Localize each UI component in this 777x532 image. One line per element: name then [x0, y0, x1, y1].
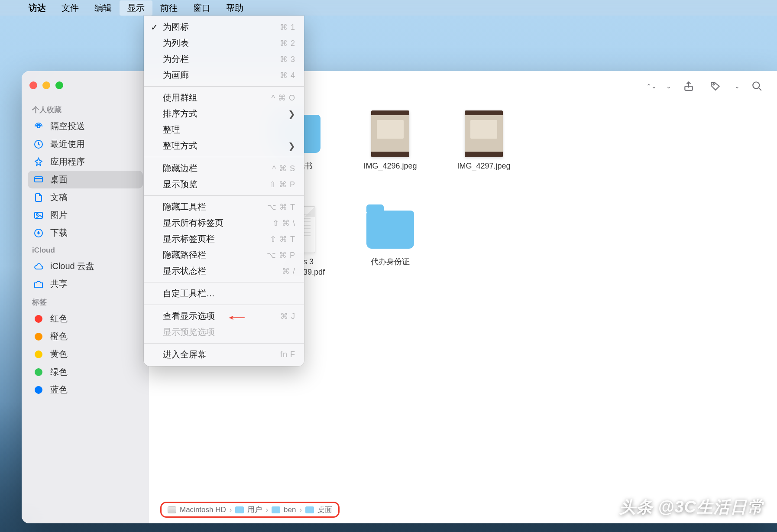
chevron-right-icon: ❯: [288, 141, 295, 151]
menu-separator: [144, 282, 304, 282]
menu-shortcut: ⇧ ⌘ T: [270, 234, 295, 244]
sidebar-item[interactable]: 文稿: [28, 188, 143, 206]
sidebar-item-label: 下载: [50, 227, 68, 239]
doc-icon: [33, 192, 44, 203]
sidebar-item-label: 文稿: [50, 191, 68, 203]
folder-icon: [305, 506, 314, 513]
chevron-updown-icon: ⌃⌄: [646, 83, 657, 90]
sidebar-item[interactable]: iCloud 云盘: [28, 257, 143, 275]
menu-shortcut: fn F: [280, 350, 295, 359]
sidebar-item[interactable]: 绿色: [28, 363, 143, 381]
menu-item[interactable]: 隐藏工具栏⌥ ⌘ T: [144, 199, 304, 215]
menu-shortcut: ⌘ 4: [280, 71, 295, 80]
path-segment[interactable]: 桌面: [317, 505, 332, 515]
file-thumbnail: [364, 110, 416, 158]
file-item[interactable]: IMG_4297.jpeg: [443, 110, 525, 171]
sidebar-item[interactable]: 图片: [28, 206, 143, 224]
tag-dot-icon: [35, 368, 42, 376]
sidebar-header: 个人收藏: [28, 101, 143, 117]
sidebar-item[interactable]: 桌面: [28, 171, 143, 188]
file-label: IMG_4296.jpeg: [363, 161, 417, 171]
cloud-icon: [33, 261, 44, 272]
menu-item-label: 整理: [163, 124, 180, 136]
chevron-down-icon: ⌄: [735, 83, 740, 90]
menu-item[interactable]: 为列表⌘ 2: [144, 35, 304, 51]
menu-shortcut: ⌘ J: [280, 311, 295, 321]
sidebar-item-label: 共享: [50, 278, 68, 290]
menu-file[interactable]: 文件: [54, 0, 87, 16]
sidebar-item[interactable]: 红色: [28, 310, 143, 328]
file-label: IMG_4297.jpeg: [457, 161, 510, 171]
sidebar-item[interactable]: 蓝色: [28, 381, 143, 399]
menu-item[interactable]: 整理: [144, 122, 304, 138]
download-icon: [33, 227, 44, 239]
menu-item[interactable]: 隐藏路径栏⌥ ⌘ P: [144, 247, 304, 263]
menu-item[interactable]: 显示标签页栏⇧ ⌘ T: [144, 231, 304, 247]
menu-item[interactable]: 显示预览⇧ ⌘ P: [144, 176, 304, 192]
file-item[interactable]: IMG_4296.jpeg: [349, 110, 431, 171]
menu-separator: [144, 157, 304, 157]
menu-item-label: 隐藏边栏: [163, 162, 197, 174]
path-segment[interactable]: 用户: [247, 505, 262, 515]
menu-item-label: 显示所有标签页: [163, 217, 223, 229]
folder-icon: [235, 506, 244, 513]
menu-item[interactable]: 显示状态栏⌘ /: [144, 263, 304, 279]
menu-item[interactable]: 进入全屏幕fn F: [144, 347, 304, 363]
menu-help[interactable]: 帮助: [218, 0, 251, 16]
minimize-button[interactable]: [42, 81, 50, 89]
menu-item[interactable]: 为分栏⌘ 3: [144, 51, 304, 67]
menu-shortcut: ⌥ ⌘ P: [267, 250, 295, 260]
clock-icon: [33, 139, 44, 150]
sidebar-item[interactable]: 黄色: [28, 345, 143, 363]
menu-separator: [144, 195, 304, 196]
menu-item[interactable]: 使用群组^ ⌘ O: [144, 90, 304, 106]
photo-icon: [465, 110, 503, 157]
path-separator: ›: [265, 506, 268, 514]
menu-separator: [144, 86, 304, 87]
menu-view[interactable]: 显示: [120, 0, 152, 16]
sidebar: 个人收藏隔空投送最近使用应用程序桌面文稿图片下载iCloudiCloud 云盘共…: [22, 71, 149, 523]
sidebar-item[interactable]: 共享: [28, 275, 143, 293]
path-segment[interactable]: ben: [284, 506, 296, 514]
menu-item[interactable]: ✓为图标⌘ 1: [144, 19, 304, 35]
menu-go[interactable]: 前往: [152, 0, 185, 16]
sidebar-item[interactable]: 最近使用: [28, 135, 143, 153]
menu-item-label: 排序方式: [163, 108, 197, 120]
svg-rect-2: [35, 177, 42, 182]
path-bar-highlight: Macintosh HD›用户›ben›桌面: [160, 502, 340, 518]
search-button[interactable]: [748, 78, 767, 94]
view-switcher[interactable]: ⌃⌄: [644, 83, 657, 90]
sidebar-item[interactable]: 下载: [28, 224, 143, 242]
menu-item-label: 显示状态栏: [163, 265, 206, 277]
svg-line-24: [758, 88, 761, 91]
zoom-button[interactable]: [55, 81, 63, 89]
group-switcher[interactable]: ⌄: [664, 83, 671, 90]
menu-item-label: 整理方式: [163, 140, 197, 152]
menu-item[interactable]: 自定工具栏…: [144, 285, 304, 302]
folder-icon: [366, 211, 414, 249]
chevron-right-icon: ❯: [288, 109, 295, 119]
menu-item[interactable]: 显示所有标签页⇧ ⌘ \: [144, 215, 304, 231]
share-button[interactable]: [679, 78, 698, 94]
menu-item-label: 显示预览选项: [163, 326, 215, 338]
menu-edit[interactable]: 编辑: [87, 0, 120, 16]
menu-item[interactable]: 隐藏边栏^ ⌘ S: [144, 160, 304, 176]
desktop-icon: [33, 174, 44, 185]
action-button[interactable]: ⌄: [733, 83, 740, 90]
sidebar-item[interactable]: 应用程序: [28, 153, 143, 171]
close-button[interactable]: [29, 81, 37, 89]
file-item[interactable]: 代办身份证: [349, 206, 431, 277]
app-menu[interactable]: 访达: [21, 0, 54, 16]
path-separator: ›: [230, 506, 232, 514]
menu-shortcut: ⇧ ⌘ \: [272, 218, 295, 228]
menu-shortcut: ⌘ 2: [280, 39, 295, 48]
sidebar-item[interactable]: 橙色: [28, 328, 143, 345]
path-segment[interactable]: Macintosh HD: [180, 506, 226, 514]
tags-button[interactable]: [706, 78, 725, 94]
menu-item[interactable]: 排序方式❯: [144, 106, 304, 122]
sidebar-item[interactable]: 隔空投送: [28, 117, 143, 135]
menu-window[interactable]: 窗口: [185, 0, 218, 16]
menu-item[interactable]: 为画廊⌘ 4: [144, 67, 304, 83]
sidebar-item-label: iCloud 云盘: [50, 260, 94, 272]
menu-item[interactable]: 整理方式❯: [144, 138, 304, 154]
